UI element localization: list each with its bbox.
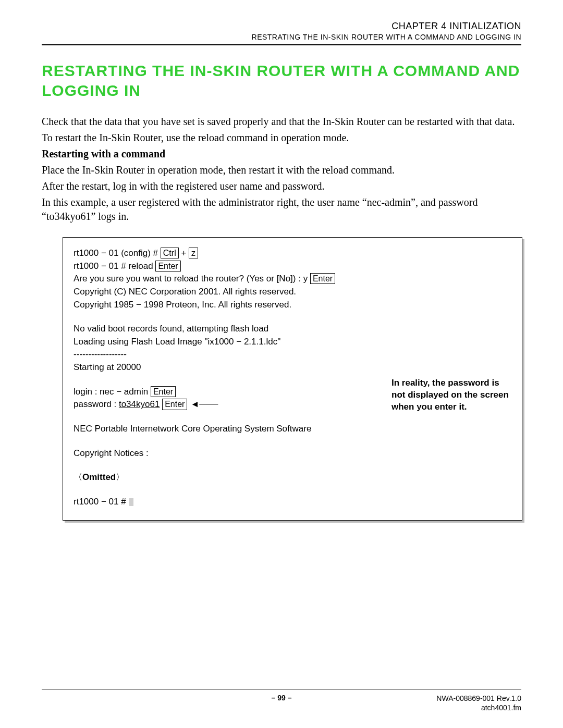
section-label: RESTRATING THE IN-SKIN ROUTER WITH A COM…: [42, 33, 521, 41]
terminal-line: Copyright Notices :: [74, 447, 511, 460]
arrow-icon: ◄───: [190, 398, 218, 411]
terminal-line: 〈Omitted〉: [74, 471, 511, 484]
paragraph: After the restart, log in with the regis…: [42, 179, 521, 193]
bracket-open: 〈: [74, 472, 82, 482]
page: CHAPTER 4 INITIALIZATION RESTRATING THE …: [0, 0, 563, 728]
prompt-text: login : nec − admin: [74, 387, 151, 397]
plus-text: +: [179, 248, 189, 258]
terminal-line: Loading using Flash Load Image "ix1000 −…: [74, 336, 511, 349]
terminal-line: Copyright 1985 − 1998 Proteon, Inc. All …: [74, 299, 511, 312]
page-header: CHAPTER 4 INITIALIZATION RESTRATING THE …: [42, 21, 521, 45]
cursor-icon: [129, 498, 133, 506]
prompt-text: rt1000 − 01 #: [74, 497, 128, 507]
prompt-text: rt1000 − 01 (config) #: [74, 248, 161, 258]
key-enter: Enter: [151, 386, 176, 397]
terminal-box: rt1000 − 01 (config) # Ctrl + z rt1000 −…: [63, 237, 522, 521]
key-ctrl: Ctrl: [161, 248, 179, 258]
annotation-text: In reality, the password is not displaye…: [391, 377, 511, 413]
paragraph: To restart the In-Skin Router, use the r…: [42, 131, 521, 145]
terminal-line: rt1000 − 01 # reload Enter: [74, 260, 511, 273]
bracket-close: 〉: [116, 472, 125, 482]
page-number: – 99 –: [42, 694, 521, 702]
terminal-line: No valid boot records found, attempting …: [74, 323, 511, 336]
subheading: Restarting with a command: [42, 147, 521, 161]
prompt-text: Are you sure you want to reload the rout…: [74, 274, 310, 283]
terminal-line: rt1000 − 01 #: [74, 496, 511, 509]
terminal-line: Starting at 20000: [74, 361, 511, 374]
paragraph: Check that the data that you have set is…: [42, 115, 521, 129]
chapter-label: CHAPTER 4 INITIALIZATION: [42, 21, 521, 32]
omitted-label: Omitted: [82, 472, 116, 482]
page-footer: – 99 – NWA-008869-001 Rev.1.0 atch4001.f…: [42, 689, 521, 712]
key-enter: Enter: [155, 261, 180, 272]
password-text: to34kyo61: [119, 399, 160, 409]
paragraph: In this example, a user registered with …: [42, 195, 521, 224]
key-z: z: [189, 248, 198, 258]
section-title: RESTARTING THE IN-SKIN ROUTER WITH A COM…: [42, 61, 521, 100]
prompt-text: password :: [74, 399, 119, 409]
body-text: Check that the data that you have set is…: [42, 115, 521, 224]
file-name: atch4001.fm: [42, 703, 521, 712]
terminal-line: Are you sure you want to reload the rout…: [74, 273, 511, 286]
key-enter: Enter: [162, 399, 187, 410]
key-enter: Enter: [310, 273, 335, 284]
terminal-line: ------------------: [74, 348, 511, 361]
prompt-text: rt1000 − 01 # reload: [74, 261, 155, 271]
paragraph: Place the In-Skin Router in operation mo…: [42, 163, 521, 177]
terminal-line: rt1000 − 01 (config) # Ctrl + z: [74, 247, 511, 260]
terminal-line: Copyright (C) NEC Corporation 2001. All …: [74, 286, 511, 299]
terminal-line: NEC Portable Internetwork Core Operating…: [74, 423, 511, 436]
